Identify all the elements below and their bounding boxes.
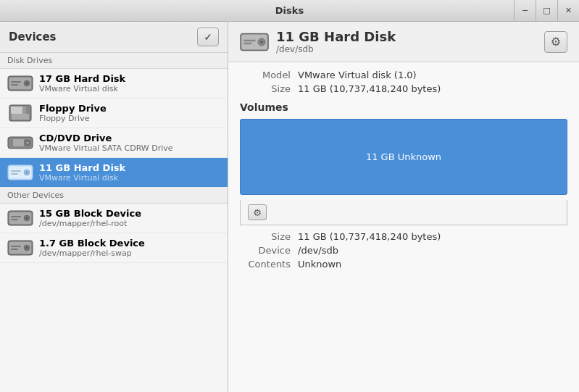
device-info: Floppy Drive Floppy Drive	[39, 103, 107, 123]
list-item[interactable]: 17 GB Hard Disk VMware Virtual disk	[0, 69, 228, 99]
model-value: VMware Virtual disk (1.0)	[298, 70, 417, 80]
vol-contents-value: Unknown	[298, 259, 341, 270]
svg-point-3	[26, 83, 28, 85]
device-name: CD/DVD Drive	[39, 133, 173, 143]
disk-title: 11 GB Hard Disk	[276, 29, 396, 44]
svg-rect-7	[11, 107, 24, 114]
list-item[interactable]: 1.7 GB Block Device /dev/mapper/rhel-swa…	[0, 233, 228, 263]
disk-drives-label: Disk Drives	[0, 53, 228, 69]
volumes-section: Volumes 11 GB Unknown ⚙ Size 11 GB (10,7…	[240, 101, 567, 270]
vol-device-row: Device /dev/sdb	[240, 245, 567, 256]
floppy-icon	[7, 103, 33, 123]
device-sub: VMware Virtual SATA CDRW Drive	[39, 143, 173, 153]
svg-rect-30	[11, 246, 21, 247]
device-name: 1.7 GB Block Device	[39, 238, 145, 249]
vol-size-value: 11 GB (10,737,418,240 bytes)	[298, 231, 441, 242]
device-info: CD/DVD Drive VMware Virtual SATA CDRW Dr…	[39, 133, 173, 153]
left-panel-header: Devices ✓	[0, 22, 228, 53]
disk-options-button[interactable]: ⚙	[544, 31, 567, 53]
volumes-title: Volumes	[240, 101, 567, 113]
svg-rect-24	[11, 216, 21, 217]
list-item[interactable]: CD/DVD Drive VMware Virtual SATA CDRW Dr…	[0, 128, 228, 158]
device-sub: VMware Virtual disk	[39, 84, 125, 93]
svg-rect-4	[11, 81, 21, 83]
svg-rect-8	[12, 114, 29, 120]
size-value: 11 GB (10,737,418,240 bytes)	[298, 83, 441, 94]
volume-bar[interactable]: 11 GB Unknown	[240, 119, 567, 195]
check-button[interactable]: ✓	[197, 28, 219, 46]
cdrom-icon	[7, 133, 33, 153]
devices-title: Devices	[9, 30, 57, 43]
model-row: Model VMware Virtual disk (1.0)	[240, 70, 567, 80]
disk-info-table: Model VMware Virtual disk (1.0) Size 11 …	[240, 70, 567, 94]
device-sub: /dev/mapper/rhel-swap	[39, 249, 145, 258]
svg-point-29	[26, 247, 28, 249]
vol-size-row: Size 11 GB (10,737,418,240 bytes)	[240, 231, 567, 242]
device-name: 17 GB Hard Disk	[39, 73, 125, 84]
main-container: Devices ✓ Disk Drives	[0, 22, 579, 392]
list-item[interactable]: 15 GB Block Device /dev/mapper/rhel-root	[0, 204, 228, 233]
device-info: 1.7 GB Block Device /dev/mapper/rhel-swa…	[39, 238, 145, 258]
volume-options-button[interactable]: ⚙	[248, 204, 267, 220]
device-list: Disk Drives 17 GB Hard Disk VMware Vir	[0, 53, 228, 392]
list-item[interactable]: Floppy Drive Floppy Drive	[0, 99, 228, 128]
disk-subtitle: /dev/sdb	[276, 44, 396, 54]
right-body: Model VMware Virtual disk (1.0) Size 11 …	[228, 62, 579, 392]
vol-contents-row: Contents Unknown	[240, 259, 567, 270]
list-item[interactable]: 11 GB Hard Disk VMware Virtual disk	[0, 158, 228, 188]
device-info: 11 GB Hard Disk VMware Virtual disk	[39, 162, 125, 183]
other-devices-label: Other Devices	[0, 188, 228, 204]
svg-rect-37	[243, 42, 252, 44]
device-name: 11 GB Hard Disk	[39, 162, 125, 173]
hdd-icon	[7, 162, 33, 183]
svg-point-13	[27, 142, 29, 144]
svg-point-35	[260, 40, 263, 43]
right-panel: 11 GB Hard Disk /dev/sdb ⚙ Model VMware …	[228, 22, 579, 392]
selected-disk-icon	[240, 30, 269, 54]
svg-rect-19	[11, 173, 18, 175]
title-bar: Disks − □ ✕	[0, 0, 579, 22]
volume-bar-label: 11 GB Unknown	[366, 151, 441, 162]
svg-rect-5	[11, 84, 18, 86]
size-row: Size 11 GB (10,737,418,240 bytes)	[240, 83, 567, 94]
vol-device-value: /dev/sdb	[298, 245, 338, 256]
close-button[interactable]: ✕	[557, 0, 579, 21]
model-label: Model	[240, 70, 298, 80]
size-label: Size	[240, 83, 298, 94]
svg-rect-25	[11, 219, 18, 220]
right-header: 11 GB Hard Disk /dev/sdb ⚙	[228, 22, 579, 62]
minimize-button[interactable]: −	[514, 0, 536, 21]
device-name: 15 GB Block Device	[39, 208, 141, 219]
svg-rect-9	[22, 107, 26, 114]
vol-size-label: Size	[240, 231, 298, 242]
maximize-button[interactable]: □	[536, 0, 557, 21]
left-panel: Devices ✓ Disk Drives	[0, 22, 228, 392]
svg-point-23	[26, 217, 28, 220]
svg-rect-11	[13, 139, 24, 146]
svg-rect-18	[11, 170, 21, 172]
vol-device-label: Device	[240, 245, 298, 256]
svg-rect-31	[11, 249, 18, 250]
svg-point-17	[26, 172, 28, 174]
device-name: Floppy Drive	[39, 103, 107, 114]
device-info: 17 GB Hard Disk VMware Virtual disk	[39, 73, 125, 93]
window-controls: − □ ✕	[514, 0, 579, 21]
app-title: Disks	[275, 5, 304, 16]
hdd-icon	[7, 73, 33, 93]
vol-contents-label: Contents	[240, 259, 298, 270]
volume-controls: ⚙	[240, 200, 567, 225]
device-sub: Floppy Drive	[39, 114, 107, 123]
right-header-left: 11 GB Hard Disk /dev/sdb	[240, 29, 396, 54]
svg-rect-36	[243, 39, 256, 41]
device-sub: /dev/mapper/rhel-root	[39, 219, 141, 228]
device-info: 15 GB Block Device /dev/mapper/rhel-root	[39, 208, 141, 228]
device-sub: VMware Virtual disk	[39, 173, 125, 183]
block-device-icon	[7, 238, 33, 258]
right-header-info: 11 GB Hard Disk /dev/sdb	[276, 29, 396, 54]
block-device-icon	[7, 208, 33, 228]
